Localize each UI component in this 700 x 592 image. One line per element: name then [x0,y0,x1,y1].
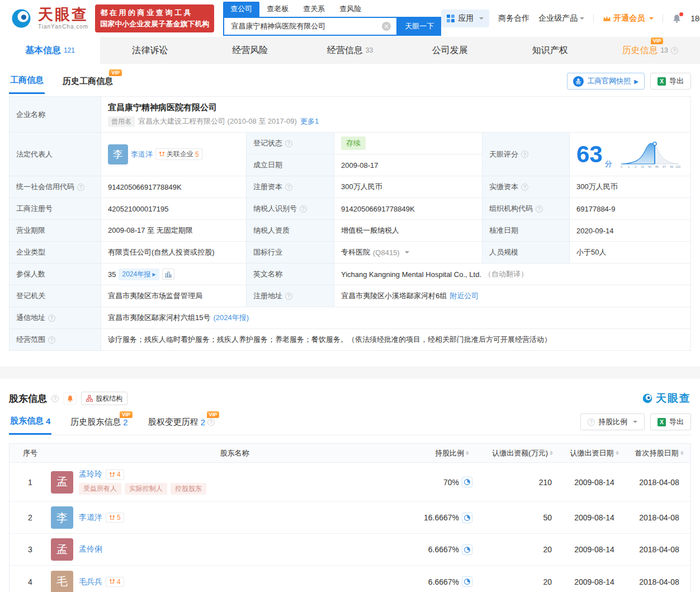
annual-report-link[interactable]: (2024年报) [213,313,249,323]
pie-chart-icon[interactable] [462,576,472,587]
search-input[interactable] [230,21,382,31]
clear-icon[interactable]: ✕ [382,22,391,31]
related-companies-badge[interactable]: 4 [106,469,124,480]
registered-capital: 300万人民币 [334,176,483,198]
export-button[interactable]: X 导出 [650,73,691,90]
pie-chart-icon[interactable] [462,513,472,523]
shareholder-link[interactable]: 孟伶俐 [79,544,102,555]
related-companies-badge[interactable]: 5 [106,513,124,523]
search-tab-company[interactable]: 查公司 [223,2,259,17]
open-vip-link[interactable]: 开通会员 [603,13,654,24]
holding-ratio-filter[interactable]: ? 持股比例 [580,414,645,430]
more-link[interactable]: 更多1 [300,116,319,126]
shareholders-tab-equity-changes[interactable]: 股权变更历程2 ? VIP [147,410,216,434]
shareholders-tab-history[interactable]: 历史股东信息2 VIP [69,410,129,434]
registered-address-cell: 宜昌市夷陵区小溪塔鄢家河村6组附近公司 [334,285,691,307]
table-row: 2 李 李道洋 5 16.6667% 50 2009-08-14 2018-04… [10,502,690,534]
related-companies-badge[interactable]: 关联企业5 [155,148,202,160]
annual-report-badge[interactable]: 2024年报 ▸ [119,269,159,280]
industry-cell[interactable]: 专科医院(Q8415) [334,242,483,264]
tab-basic-info[interactable]: 基本信息121 [0,37,100,64]
registry-authority: 宜昌市夷陵区市场监督管理局 [101,285,247,307]
tianyancha-logo[interactable]: 天眼查 TianYanCha.com [9,6,88,31]
help-icon[interactable]: ? [48,336,55,344]
business-term: 2009-08-17 至 无固定期限 [101,220,247,242]
tab-intellectual-property[interactable]: 知识产权 [500,37,600,64]
tianyancha-logo-icon [9,6,34,31]
equity-structure-button[interactable]: 股权结构 [81,392,127,405]
related-companies-badge[interactable]: 4 [106,577,124,587]
svg-text:3: 3 [635,165,636,168]
nav-enterprise-products[interactable]: 企业级产品 [538,13,584,24]
field-label: 核准日期 [483,220,570,242]
official-snapshot-button[interactable]: 工商官网快照▶ [567,73,645,90]
shareholder-link[interactable]: 李道洋 [79,513,102,523]
table-header: 序号 股东名称 持股比例 认缴出资额(万元) 认缴出资日期 首次持股日期 [10,444,690,463]
help-icon[interactable]: ? [671,47,678,54]
nearby-companies-link[interactable]: 附近公司 [450,291,479,301]
help-icon[interactable]: ? [48,314,55,322]
help-icon[interactable]: ? [300,205,307,213]
subtab-history-business-info[interactable]: 历史工商信息VIP [62,69,114,93]
notifications-bell[interactable] [672,14,682,24]
search-tab-boss[interactable]: 查老板 [259,2,296,17]
role-tag: 控股股东 [171,483,206,495]
avatar[interactable]: 孟 [51,471,73,494]
help-icon[interactable]: ? [536,205,543,213]
avatar[interactable]: 李 [108,144,128,165]
tab-company-development[interactable]: 公司发展 [400,37,500,64]
main-tabbar: 基本信息121 法律诉讼 经营风险 经营信息33 公司发展 知识产权 历史信息V… [0,37,700,64]
bell-icon [67,395,74,402]
tab-legal[interactable]: 法律诉讼 [100,37,200,64]
legal-rep-link[interactable]: 李道洋 [131,149,153,159]
nav-cooperation[interactable]: 商务合作 [498,13,529,24]
tab-history-info[interactable]: 历史信息VIP 13? [600,37,700,64]
search-tab-risk[interactable]: 查风险 [332,2,368,17]
avatar[interactable]: 李 [51,506,73,529]
field-label: 登记状态? [247,133,334,154]
apps-menu[interactable]: 应用 [441,10,489,27]
business-scope: 诊疗服务；残疾人临时看护服务；残疾人养护服务；养老服务；餐饮服务。（依法须经批准… [101,329,691,351]
approval-date: 2020-09-14 [570,220,691,242]
vip-badge: VIP [207,411,220,419]
field-label: 法定代表人 [10,133,101,176]
shareholder-link[interactable]: 孟玲玲 [79,469,102,480]
col-first-date[interactable]: 首次持股日期 [628,448,690,458]
search-button[interactable]: 天眼一下 [398,17,441,36]
svg-text:0: 0 [621,165,622,168]
tab-operating-risk[interactable]: 经营风险 [200,37,300,64]
pie-chart-icon[interactable] [462,477,472,487]
credit-code: 91420506691778849K [101,176,247,198]
help-icon[interactable]: ? [207,419,215,426]
top-header: 天眼查 TianYanCha.com 都 在 用 的 商 业 查 询 工 具 国… [0,0,700,37]
monitor-bell-button[interactable] [63,392,77,405]
pie-chart-icon[interactable] [462,544,472,555]
subtab-business-info[interactable]: 工商信息 [9,68,45,94]
social-security-chart-icon[interactable] [162,269,174,280]
search-tab-relation[interactable]: 查关系 [296,2,332,17]
help-icon[interactable]: ? [285,140,292,147]
tab-operating-info[interactable]: 经营信息33 [300,37,400,64]
avatar[interactable]: 毛 [51,571,73,592]
shareholders-tab-current[interactable]: 股东信息4 [9,409,51,435]
equity-structure-icon [86,395,93,402]
score-cell: 63 分 0 1 3 15 50 8 [570,133,691,176]
help-icon[interactable]: ? [285,293,292,300]
help-icon[interactable]: ? [77,184,84,191]
col-amount[interactable]: 认缴出资额(万元) [477,448,561,458]
col-date[interactable]: 认缴出资日期 [561,448,628,458]
export-button[interactable]: X 导出 [650,414,691,430]
relation-icon [109,515,115,521]
help-icon[interactable]: ? [521,184,528,191]
svg-text:99: 99 [670,165,673,168]
search-tabs: 查公司 查老板 查关系 查风险 [223,2,441,17]
avatar[interactable]: 孟 [51,538,73,561]
shareholder-link[interactable]: 毛兵兵 [79,577,102,587]
help-icon[interactable]: ? [285,184,292,191]
help-icon[interactable]: ? [521,151,528,158]
field-label: 纳税人资质 [247,220,334,242]
col-ratio[interactable]: 持股比例 [418,448,477,458]
apps-grid-icon [447,15,455,22]
help-icon[interactable]: ? [51,395,59,402]
user-account[interactable]: 186*... [690,14,700,23]
